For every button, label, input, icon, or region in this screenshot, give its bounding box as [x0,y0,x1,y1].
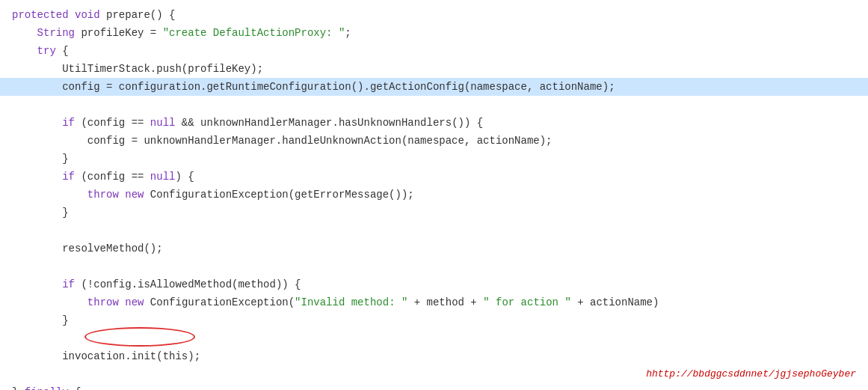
code-line [0,96,868,114]
code-line: if (config == null && unknownHandlerMana… [0,114,868,132]
code-line: resolveMethod(); [0,240,868,258]
code-line: invocation.init(this); [0,347,868,365]
watermark: hhttp://bbdggcsddnnet/jgjsephoGeyber [646,367,856,383]
code-line [0,329,868,347]
code-line: } finally { [0,383,868,390]
code-line: throw new ConfigurationException("Invali… [0,293,868,311]
code-line: throw new ConfigurationException(getErro… [0,186,868,204]
code-line: protected void prepare() { [0,6,868,24]
code-line: String profileKey = "create DefaultActio… [0,24,868,42]
code-line [0,222,868,240]
code-line: } [0,311,868,329]
code-line: config = unknownHandlerManager.handleUnk… [0,132,868,150]
code-line: if (config == null) { [0,168,868,186]
code-line: } [0,150,868,168]
code-line [0,258,868,275]
code-line: try { [0,42,868,60]
code-line: UtilTimerStack.push(profileKey); [0,60,868,78]
code-viewer: protected void prepare() { String profil… [0,0,868,390]
code-line: config = configuration.getRuntimeConfigu… [0,78,868,96]
code-line: if (!config.isAllowedMethod(method)) { [0,275,868,293]
code-line: } [0,204,868,222]
